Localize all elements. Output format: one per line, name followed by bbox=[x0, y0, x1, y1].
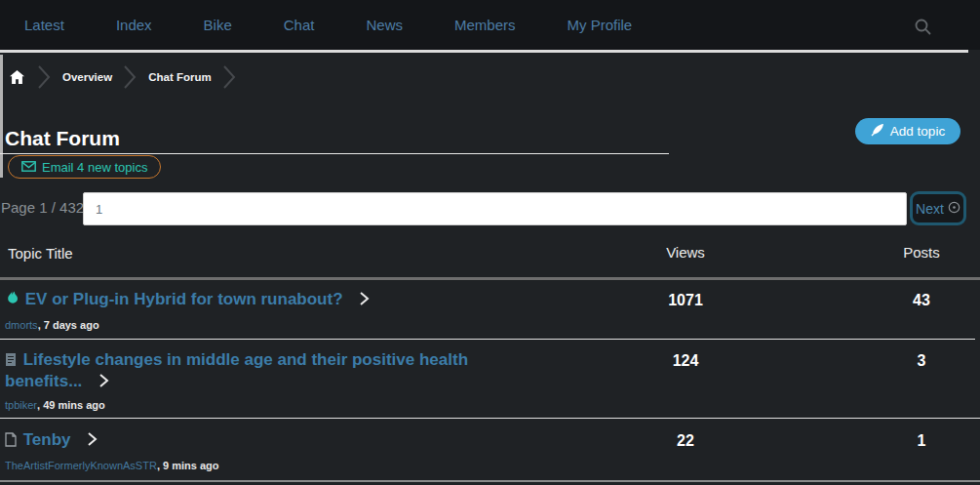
column-header-topic-title[interactable]: Topic Title bbox=[8, 245, 73, 262]
next-page-button[interactable]: Next bbox=[910, 191, 966, 225]
nav-divider bbox=[0, 50, 968, 53]
forum-page: Latest Index Bike Chat News Members My P… bbox=[0, 0, 980, 485]
posts-count: 1 bbox=[868, 432, 975, 450]
author-link[interactable]: tpbiker bbox=[5, 399, 37, 411]
chevron-right-icon bbox=[124, 64, 137, 90]
table-bottom-divider bbox=[0, 480, 980, 482]
author-link[interactable]: TheArtistFormerlyKnownAsSTR bbox=[5, 460, 157, 471]
next-label: Next bbox=[916, 201, 944, 217]
author-link[interactable]: dmorts bbox=[5, 319, 38, 331]
topic-meta: dmorts, 7 days ago bbox=[5, 319, 99, 331]
topic-row: Tenby TheArtistFormerlyKnownAsSTR, 9 min… bbox=[0, 420, 980, 480]
add-topic-button[interactable]: Add topic bbox=[855, 118, 960, 144]
topic-meta: tpbiker, 49 mins ago bbox=[5, 399, 105, 411]
posted-time: , 49 mins ago bbox=[37, 399, 105, 411]
column-header-posts[interactable]: Posts bbox=[868, 244, 975, 261]
quill-icon bbox=[871, 123, 884, 140]
home-icon[interactable] bbox=[10, 70, 24, 84]
topic-title-text: Tenby bbox=[23, 430, 71, 449]
topic-title-link[interactable]: EV or Plug-in Hybrid for town runabout? bbox=[5, 290, 370, 311]
topic-title-text: EV or Plug-in Hybrid for town runabout? bbox=[25, 290, 343, 308]
title-divider bbox=[0, 153, 669, 154]
column-header-views[interactable]: Views bbox=[622, 244, 749, 261]
page-icon bbox=[5, 432, 21, 451]
chevron-right-icon bbox=[223, 64, 236, 90]
document-icon bbox=[5, 352, 21, 371]
page-number-input[interactable] bbox=[83, 192, 907, 225]
breadcrumb: Overview Chat Forum bbox=[10, 61, 248, 94]
topic-meta: TheArtistFormerlyKnownAsSTR, 9 mins ago bbox=[5, 460, 218, 471]
flame-icon bbox=[5, 292, 23, 310]
search-icon[interactable] bbox=[913, 17, 934, 38]
chevron-right-icon bbox=[98, 374, 109, 392]
posts-count: 3 bbox=[868, 352, 975, 370]
topic-title-link[interactable]: Lifestyle changes in middle age and thei… bbox=[5, 350, 497, 393]
topic-row: EV or Plug-in Hybrid for town runabout? … bbox=[0, 281, 980, 339]
left-scrollbar[interactable] bbox=[0, 55, 3, 178]
nav-item-bike[interactable]: Bike bbox=[204, 17, 232, 33]
nav-item-index[interactable]: Index bbox=[116, 17, 152, 33]
row-divider bbox=[0, 418, 980, 419]
envelope-icon bbox=[21, 160, 36, 175]
nav-item-latest[interactable]: Latest bbox=[24, 17, 64, 33]
nav-item-my-profile[interactable]: My Profile bbox=[567, 17, 632, 33]
views-count: 124 bbox=[622, 352, 749, 370]
page-count-label: Page 1 / 432 bbox=[1, 199, 84, 216]
row-divider bbox=[0, 339, 975, 340]
nav-item-news[interactable]: News bbox=[366, 17, 403, 33]
chevron-right-icon bbox=[359, 292, 370, 310]
chevron-right-icon bbox=[87, 432, 98, 451]
topic-title-link[interactable]: Tenby bbox=[5, 430, 98, 452]
topic-row: Lifestyle changes in middle age and thei… bbox=[0, 341, 980, 418]
nav-item-members[interactable]: Members bbox=[454, 17, 516, 33]
email-new-topics-button[interactable]: Email 4 new topics bbox=[8, 155, 161, 179]
top-nav: Latest Index Bike Chat News Members My P… bbox=[0, 0, 980, 50]
topic-title-text: Lifestyle changes in middle age and thei… bbox=[5, 350, 468, 390]
posts-count: 43 bbox=[868, 292, 975, 309]
breadcrumb-chat-forum[interactable]: Chat Forum bbox=[148, 71, 212, 83]
posted-time: , 9 mins ago bbox=[157, 460, 219, 471]
page-title: Chat Forum bbox=[5, 127, 120, 150]
posted-time: , 7 days ago bbox=[38, 319, 99, 331]
email-new-topics-label: Email 4 new topics bbox=[42, 160, 147, 175]
add-topic-label: Add topic bbox=[890, 124, 945, 139]
views-count: 1071 bbox=[622, 292, 749, 309]
chevron-right-icon bbox=[38, 64, 51, 90]
table-header-divider bbox=[0, 277, 980, 280]
nav-item-chat[interactable]: Chat bbox=[284, 17, 315, 33]
next-circle-icon bbox=[948, 201, 960, 217]
views-count: 22 bbox=[622, 432, 749, 450]
breadcrumb-overview[interactable]: Overview bbox=[62, 71, 112, 83]
